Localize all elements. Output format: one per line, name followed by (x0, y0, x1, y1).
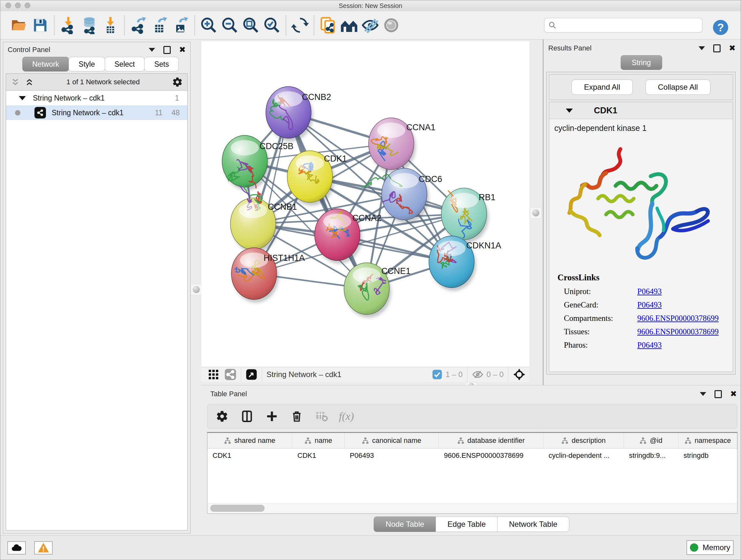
string-network-icon[interactable] (224, 368, 237, 381)
import-table-from-file-icon[interactable] (100, 15, 121, 36)
show-columns-icon[interactable] (239, 409, 255, 424)
create-column-plus-icon[interactable] (264, 409, 280, 424)
birds-eye-view-icon[interactable] (246, 369, 257, 380)
table-header-row: shared namenamecanonical namedatabase id… (207, 433, 737, 449)
entry-expand-caret[interactable] (566, 109, 573, 113)
toggle-graphics-details-icon[interactable] (381, 15, 402, 36)
import-network-from-database-icon[interactable] (79, 15, 100, 36)
export-network-icon[interactable] (128, 15, 149, 36)
column-header-name[interactable]: name (292, 433, 345, 448)
panel-collapse-icon[interactable] (149, 48, 155, 52)
node-CDKN1A[interactable]: CDKN1A (429, 236, 501, 291)
crosslink-link[interactable]: 9606.ENSP00000378699 (637, 327, 719, 336)
cloud-status-button[interactable] (7, 541, 26, 555)
node-CCNE1[interactable]: CCNE1 (344, 263, 411, 318)
fit-content-crosshair-icon[interactable] (513, 368, 526, 381)
new-network-from-selection-icon[interactable] (318, 15, 339, 36)
export-image-icon[interactable] (170, 15, 191, 36)
node-RB1[interactable]: RB1 (441, 188, 495, 243)
cell-namespace[interactable]: stringdb (678, 449, 737, 462)
tab-network[interactable]: Network (22, 57, 69, 71)
left-splitter-handle[interactable] (191, 284, 202, 295)
cell--id[interactable]: stringdb:9... (624, 449, 678, 462)
column-header--id[interactable]: @id (624, 433, 678, 448)
results-panel-title: Results Panel (548, 44, 592, 52)
column-header-canonical-name[interactable]: canonical name (345, 433, 439, 448)
column-header-database-identifier[interactable]: database identifier (439, 433, 543, 448)
import-network-from-file-icon[interactable] (58, 15, 79, 36)
node-CCNA1[interactable]: CCNA1 (368, 118, 435, 173)
control-panel-title: Control Panel (8, 46, 50, 54)
node-CCNB2[interactable]: CCNB2 (266, 86, 331, 141)
tab-sets[interactable]: Sets (144, 57, 179, 71)
table-options-gear-icon[interactable] (214, 409, 230, 424)
cell-shared-name[interactable]: CDK1 (207, 449, 292, 462)
memory-button[interactable]: Memory (686, 540, 734, 555)
expand-all-button[interactable]: Expand All (571, 79, 632, 95)
expand-all-icon[interactable] (24, 77, 34, 87)
open-session-icon[interactable] (9, 15, 30, 36)
panel-collapse-icon[interactable] (700, 392, 706, 396)
network-collection-row[interactable]: String Network – cdk1 1 (6, 91, 187, 105)
grid-view-icon[interactable] (208, 369, 219, 380)
node-entry-header[interactable]: CDK1 (549, 102, 733, 119)
tab-edge-table[interactable]: Edge Table (435, 516, 497, 532)
zoom-selected-icon[interactable] (261, 15, 282, 36)
show-hide-selection-icon[interactable] (360, 15, 381, 36)
cell-canonical-name[interactable]: P06493 (345, 449, 439, 462)
tab-style[interactable]: Style (69, 57, 105, 71)
network-view-canvas[interactable]: CCNB2CCNA1CDC25BCDK1CDC6RB1CCNB1CCNA2CDK… (201, 41, 529, 367)
warning-status-button[interactable] (34, 541, 53, 555)
export-table-icon[interactable] (149, 15, 170, 36)
hidden-eye-slash-icon[interactable] (472, 369, 483, 380)
refresh-view-icon[interactable] (289, 15, 311, 36)
tree-expand-caret[interactable] (19, 96, 26, 100)
column-header-description[interactable]: description (543, 433, 624, 448)
zoom-fit-icon[interactable] (240, 15, 261, 36)
search-input[interactable] (560, 21, 698, 30)
panel-close-icon[interactable]: ✖ (179, 47, 186, 53)
crosslink-link[interactable]: P06493 (637, 287, 662, 296)
tab-select[interactable]: Select (105, 57, 145, 71)
toolbar-separator (54, 15, 55, 35)
network-row-selected[interactable]: String Network – cdk1 11 48 (6, 105, 187, 120)
tab-node-table[interactable]: Node Table (374, 516, 436, 532)
panel-collapse-icon[interactable] (698, 46, 705, 50)
column-header-label: description (571, 436, 605, 445)
crosslink-link[interactable]: P06493 (637, 341, 662, 350)
cell-name[interactable]: CDK1 (292, 449, 345, 462)
column-header-shared-name[interactable]: shared name (207, 433, 292, 448)
cell-description[interactable]: cyclin-dependent ... (543, 449, 624, 462)
first-neighbors-icon[interactable] (339, 15, 360, 36)
delete-column-trash-icon[interactable] (289, 409, 305, 424)
node-CDC25B[interactable]: CDC25B (222, 135, 293, 190)
cell-database-identifier[interactable]: 9606.ENSP00000378699 (439, 449, 543, 462)
save-session-icon[interactable] (30, 15, 51, 36)
panel-close-icon[interactable]: ✖ (730, 391, 737, 397)
node-label-CDC6: CDC6 (419, 174, 442, 184)
node-CDK1[interactable]: CDK1 (287, 151, 347, 206)
zoom-in-icon[interactable] (198, 15, 219, 36)
tab-network-table[interactable]: Network Table (497, 516, 569, 532)
zoom-out-icon[interactable] (219, 15, 240, 36)
panel-float-icon[interactable] (163, 46, 171, 54)
node-HIST1H1A[interactable]: HIST1H1A (231, 248, 305, 303)
crosslink-link[interactable]: P06493 (637, 300, 662, 309)
panel-float-icon[interactable] (713, 44, 721, 52)
crosslink-link[interactable]: 9606.ENSP00000378699 (637, 314, 719, 323)
collapse-all-icon[interactable] (10, 77, 20, 87)
collapse-all-button[interactable]: Collapse All (646, 79, 711, 95)
selected-checkbox-icon[interactable] (432, 369, 442, 380)
search-box[interactable] (544, 18, 702, 33)
panel-close-icon[interactable]: ✖ (729, 45, 736, 51)
node-attribute-table[interactable]: shared namenamecanonical namedatabase id… (207, 432, 738, 514)
right-splitter-handle[interactable] (530, 207, 542, 219)
table-horizontal-scrollbar[interactable] (208, 503, 737, 513)
tab-string[interactable]: String (620, 55, 662, 70)
table-data-row[interactable]: CDK1CDK1P064939606.ENSP00000378699cyclin… (207, 449, 737, 462)
column-header-namespace[interactable]: namespace (678, 433, 737, 448)
scrollbar-thumb[interactable] (210, 505, 265, 512)
help-icon[interactable]: ? (710, 17, 731, 38)
network-list-options-gear-icon[interactable] (172, 77, 183, 87)
panel-float-icon[interactable] (715, 390, 722, 398)
